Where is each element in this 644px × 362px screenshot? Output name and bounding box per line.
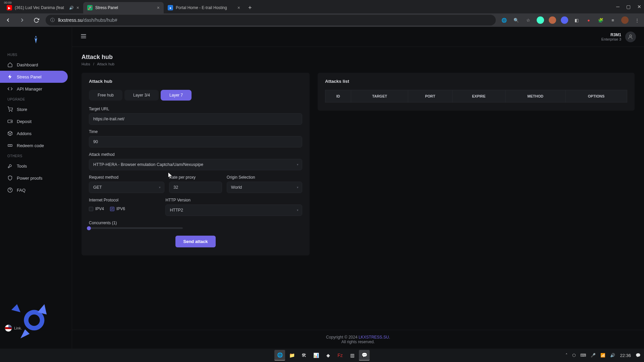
http-version-select[interactable]: HTTP2 — [165, 204, 302, 216]
ticket-icon — [7, 143, 13, 148]
label-attack-method: Attack method — [89, 152, 302, 157]
forward-button[interactable] — [17, 15, 27, 25]
profile-avatar[interactable] — [621, 16, 629, 24]
close-window-icon[interactable]: ✕ — [637, 4, 641, 9]
browser-tab-stress[interactable]: 🚀 Stress Panel × — [83, 2, 164, 13]
reload-button[interactable] — [32, 15, 41, 25]
taskbar-explorer-icon[interactable]: 📁 — [286, 350, 297, 361]
language-switch[interactable]: Link. — [5, 324, 22, 332]
user-block[interactable]: R3M1 Enterprise 3 — [601, 32, 636, 42]
label-target-url: Target URL — [89, 107, 302, 111]
sidebar-item-power-proofs[interactable]: Power proofs — [0, 172, 68, 184]
ext-icon[interactable] — [537, 16, 544, 24]
taskbar-app-icon[interactable]: ◆ — [323, 350, 333, 361]
youtube-icon: ▶ — [7, 5, 12, 10]
taskbar-app-icon[interactable]: ▥ — [347, 350, 358, 361]
breadcrumb-current: Attack hub — [97, 62, 114, 66]
record-icon[interactable]: ● — [585, 16, 592, 24]
footer-link[interactable]: LKXSTRESS.SU — [359, 335, 389, 340]
browser-chrome: 00:09 ▶ (361) Lud Vec Danima (feat 🔊 × 🚀… — [0, 0, 644, 27]
wrench-icon — [7, 163, 13, 169]
sidebar-item-redeem[interactable]: Redeem code — [0, 139, 68, 152]
breadcrumb-root[interactable]: Hubs — [82, 62, 90, 66]
tab-layer-7[interactable]: Layer 7 — [161, 90, 192, 101]
new-tab-button[interactable]: + — [244, 4, 256, 11]
close-icon[interactable]: × — [76, 5, 79, 10]
zoom-icon[interactable]: 🔍 — [513, 16, 520, 24]
maximize-icon[interactable]: ▢ — [626, 4, 631, 9]
content: Attack hub Hubs / Attack hub Attack hub … — [72, 47, 644, 330]
user-plan: Enterprise 3 — [601, 37, 621, 41]
logo-small[interactable] — [0, 32, 72, 50]
sidebar-item-stress-panel[interactable]: Stress Panel — [0, 71, 68, 83]
ext-icon[interactable] — [549, 16, 556, 24]
bookmark-icon[interactable]: ☆ — [525, 16, 532, 24]
sidebar-item-api-manager[interactable]: API Manager — [0, 83, 68, 95]
sidebar-item-store[interactable]: Store — [0, 103, 68, 115]
topbar: R3M1 Enterprise 3 — [72, 27, 644, 47]
reading-list-icon[interactable]: ≡ — [609, 16, 616, 24]
sidebar-item-addons[interactable]: Addons — [0, 127, 68, 139]
window-controls: ─ ▢ ✕ — [616, 0, 641, 13]
tray-chevron-icon[interactable]: ˄ — [566, 353, 568, 358]
browser-tab-youtube[interactable]: ▶ (361) Lud Vec Danima (feat 🔊 × — [3, 2, 83, 13]
slider-thumb[interactable] — [87, 226, 91, 230]
sidebar-item-label: Redeem code — [17, 143, 44, 148]
sidebar-item-deposit[interactable]: Deposit — [0, 115, 68, 127]
sidebar-item-label: FAQ — [17, 188, 25, 193]
taskbar-discord-icon[interactable]: 💬 — [359, 350, 370, 361]
close-icon[interactable]: × — [237, 5, 240, 10]
attack-method-select[interactable]: HTTP-HERA - Browser emulation Captcha/Ua… — [89, 159, 302, 170]
concurrents-slider[interactable] — [89, 227, 183, 229]
discord-icon[interactable] — [561, 16, 568, 24]
notifications-icon[interactable]: 💬 — [636, 353, 641, 358]
ipv6-checkbox[interactable]: ✓ IPV6 — [110, 206, 125, 211]
svg-point-0 — [35, 37, 37, 39]
tray-icon[interactable]: ⬡ — [572, 353, 576, 358]
address-bar[interactable]: ⓘ lkxstress.su/dash/hubs/hub# — [46, 15, 496, 25]
sidebar-item-faq[interactable]: FAQ — [0, 184, 68, 196]
translate-icon[interactable]: 🌐 — [500, 16, 508, 24]
svg-point-4 — [11, 121, 11, 122]
col-options: OPTIONS — [566, 90, 627, 103]
minimize-icon[interactable]: ─ — [616, 4, 620, 9]
sidebar-item-tools[interactable]: Tools — [0, 160, 68, 172]
col-id: ID — [325, 90, 351, 103]
origin-select[interactable]: World — [227, 182, 302, 193]
audio-icon[interactable]: 🔊 — [69, 6, 74, 10]
tray-mic-icon[interactable]: 🎤 — [591, 353, 596, 358]
menu-icon[interactable]: ⋮ — [633, 16, 641, 24]
back-button[interactable] — [3, 15, 13, 25]
sidebar-item-label: Addons — [17, 131, 32, 136]
taskbar-chrome-icon[interactable]: 🌐 — [274, 350, 285, 361]
side-heading-hubs: HUBS — [0, 50, 72, 59]
tray-volume-icon[interactable]: 🔊 — [610, 353, 615, 358]
rate-input[interactable]: 32 — [169, 182, 222, 193]
site-info-icon[interactable]: ⓘ — [50, 17, 55, 23]
sidebar-item-label: Deposit — [17, 119, 32, 124]
taskbar-app-icon[interactable]: 📊 — [311, 350, 321, 361]
tab-free-hub[interactable]: Free hub — [89, 90, 122, 101]
taskbar-clock[interactable]: 22:36 — [620, 353, 631, 358]
ext-icon[interactable]: ◧ — [573, 16, 580, 24]
svg-point-7 — [24, 310, 44, 330]
request-method-select[interactable]: GET — [89, 182, 164, 193]
tray-keyboard-icon[interactable]: ⌨ — [580, 353, 586, 358]
browser-tab-portal[interactable]: ● Portal Home - E-trail Hosting × — [164, 2, 244, 13]
send-attack-button[interactable]: Send attack — [175, 236, 216, 247]
close-icon[interactable]: × — [157, 5, 160, 10]
tray-wifi-icon[interactable]: 📶 — [600, 353, 605, 358]
sidebar-item-dashboard[interactable]: Dashboard — [0, 59, 68, 71]
taskbar-filezilla-icon[interactable]: Fz — [335, 350, 345, 361]
time-input[interactable]: 90 — [89, 136, 302, 147]
extensions-icon[interactable]: 🧩 — [597, 16, 604, 24]
svg-point-5 — [8, 188, 12, 192]
taskbar-app-icon[interactable]: 🛠 — [299, 350, 309, 361]
target-url-input[interactable]: https://e-trail.net/ — [89, 113, 302, 125]
attack-hub-panel: Attack hub Free hub Layer 3/4 Layer 7 Ta… — [82, 73, 310, 255]
ipv4-checkbox[interactable]: IPV4 — [89, 206, 104, 211]
home-icon — [7, 62, 13, 67]
label-protocol: Internet Protocol — [89, 198, 161, 202]
hamburger-button[interactable] — [80, 33, 87, 41]
tab-layer-34[interactable]: Layer 3/4 — [124, 90, 159, 101]
